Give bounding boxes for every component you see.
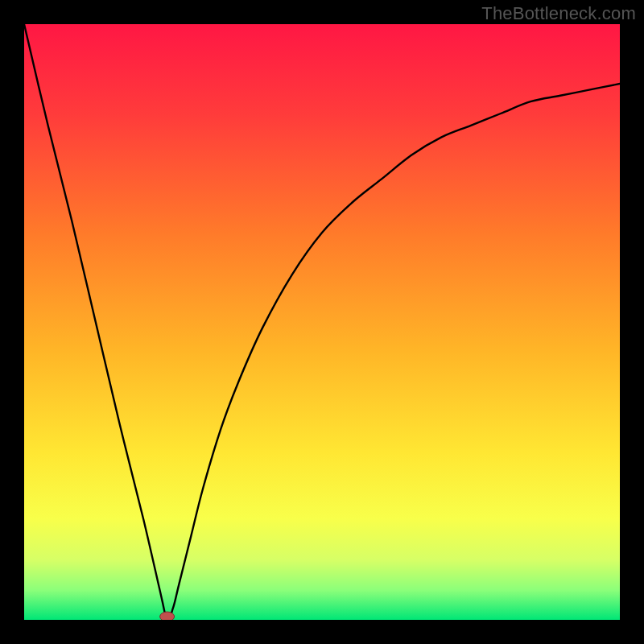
gradient-background	[24, 24, 620, 620]
optimal-point-marker	[160, 612, 175, 620]
watermark-text: TheBottleneck.com	[481, 3, 636, 24]
chart-plot-area	[24, 24, 620, 620]
bottleneck-chart	[24, 24, 620, 620]
chart-frame: TheBottleneck.com	[0, 0, 644, 644]
